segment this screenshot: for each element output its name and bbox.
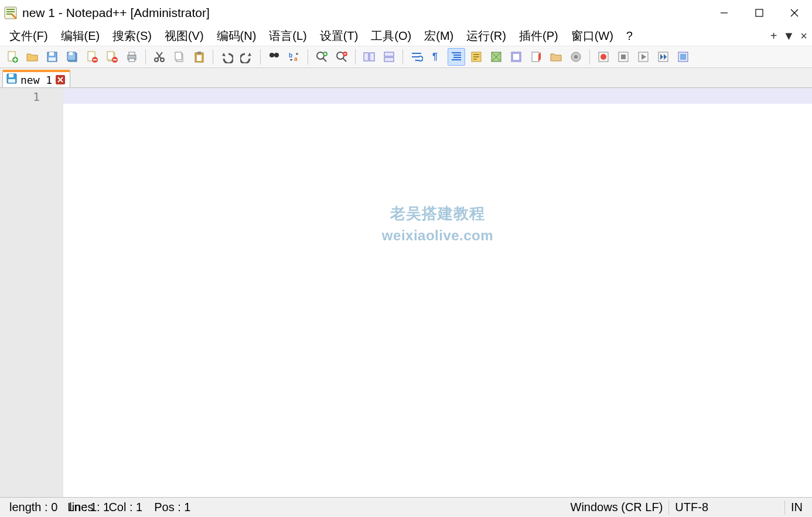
tab-close-button[interactable]	[56, 75, 65, 84]
save-macro-icon[interactable]	[674, 48, 692, 66]
menu-edit[interactable]: 编辑(E)	[56, 27, 105, 45]
run-multiple-macro-icon[interactable]	[654, 48, 672, 66]
save-all-icon[interactable]	[63, 48, 81, 66]
menu-window[interactable]: 窗口(W)	[567, 27, 618, 45]
toolbar-separator	[145, 49, 146, 64]
record-macro-icon[interactable]	[595, 48, 612, 66]
undo-icon[interactable]	[218, 48, 236, 66]
paste-icon[interactable]	[190, 48, 208, 66]
status-mode[interactable]: IN	[785, 501, 808, 514]
menu-search[interactable]: 搜索(S)	[108, 27, 156, 45]
menu-macro[interactable]: 宏(M)	[419, 27, 458, 45]
menu-plugins[interactable]: 插件(P)	[514, 27, 563, 45]
watermark-line2: weixiaolive.com	[382, 227, 493, 244]
menu-file[interactable]: 文件(F)	[5, 27, 53, 45]
toolbar-separator	[355, 49, 356, 64]
sync-v-icon[interactable]	[360, 48, 378, 66]
menu-tools[interactable]: 工具(O)	[366, 27, 416, 45]
svg-text:¶: ¶	[432, 52, 438, 62]
status-pos: Pos : 1	[148, 501, 196, 514]
svg-rect-37	[370, 53, 374, 61]
tabbar: new 1	[0, 68, 812, 88]
zoom-in-icon[interactable]	[313, 48, 330, 66]
menu-settings[interactable]: 设置(T)	[315, 27, 363, 45]
wordwrap-icon[interactable]	[408, 48, 425, 66]
svg-rect-24	[175, 52, 182, 60]
status-encoding[interactable]: UTF-8	[669, 501, 714, 514]
minimize-button[interactable]	[707, 0, 742, 26]
toolbar: ba¶	[0, 46, 812, 68]
svg-rect-2	[756, 9, 763, 16]
current-line-highlight	[63, 89, 812, 104]
toolbar-separator	[589, 49, 590, 64]
stop-macro-icon[interactable]	[615, 48, 632, 66]
func-list-icon[interactable]	[527, 48, 545, 66]
svg-text:a: a	[294, 56, 298, 62]
zoom-out-icon[interactable]	[333, 48, 350, 66]
doc-list-icon[interactable]	[507, 48, 525, 66]
watermark: 老吴搭建教程 weixiaolive.com	[382, 203, 493, 244]
close-button[interactable]	[777, 0, 812, 26]
toolbar-separator	[308, 49, 308, 64]
replace-icon[interactable]: ba	[285, 48, 303, 66]
menu-language[interactable]: 语言(L)	[264, 27, 311, 45]
menu-help[interactable]: ?	[622, 28, 637, 44]
monitor-icon[interactable]	[567, 48, 585, 66]
svg-rect-57	[9, 74, 13, 77]
new-file-icon[interactable]	[4, 48, 21, 66]
line-number-gutter: 1	[0, 89, 63, 497]
toolbar-close-icon[interactable]: ×	[800, 29, 807, 43]
editor-area: 1 老吴搭建教程 weixiaolive.com	[0, 88, 812, 497]
svg-rect-26	[197, 52, 201, 54]
svg-rect-58	[8, 79, 15, 83]
open-file-icon[interactable]	[23, 48, 41, 66]
toolbar-separator	[260, 49, 261, 64]
toolbar-separator	[402, 49, 403, 64]
toolbar-separator	[213, 49, 213, 64]
status-length: length : 0	[4, 501, 63, 514]
svg-rect-27	[197, 55, 202, 61]
play-macro-icon[interactable]	[634, 48, 652, 66]
redo-icon[interactable]	[238, 48, 255, 66]
save-icon[interactable]	[43, 48, 61, 66]
print-icon[interactable]	[123, 48, 141, 66]
indent-guide-icon[interactable]	[448, 48, 465, 66]
svg-text:b: b	[289, 52, 292, 59]
watermark-line1: 老吴搭建教程	[382, 203, 493, 224]
maximize-button[interactable]	[742, 0, 777, 26]
doc-map-icon[interactable]	[487, 48, 505, 66]
menu-run[interactable]: 运行(R)	[462, 27, 511, 45]
window-title: new 1 - Notepad++ [Administrator]	[22, 6, 210, 20]
folder-workspace-icon[interactable]	[547, 48, 565, 66]
svg-rect-12	[69, 52, 73, 55]
sync-h-icon[interactable]	[380, 48, 398, 66]
menubar: 文件(F) 编辑(E) 搜索(S) 视图(V) 编码(N) 语言(L) 设置(T…	[0, 26, 812, 46]
copy-icon[interactable]	[170, 48, 188, 66]
status-ln: Ln : 1	[62, 501, 103, 514]
menu-view[interactable]: 视图(V)	[160, 27, 209, 45]
lang-udl-icon[interactable]	[468, 48, 485, 66]
svg-point-47	[574, 55, 578, 59]
save-state-icon	[6, 73, 17, 86]
close-all-icon[interactable]	[103, 48, 121, 66]
menu-encoding[interactable]: 编码(N)	[212, 27, 261, 45]
svg-rect-8	[49, 52, 54, 56]
tab-new-1[interactable]: new 1	[2, 70, 70, 87]
svg-rect-38	[384, 52, 394, 56]
toolbar-add-icon[interactable]: +	[770, 29, 777, 43]
line-number: 1	[2, 90, 40, 104]
close-file-icon[interactable]	[83, 48, 101, 66]
app-icon	[4, 6, 18, 20]
status-eol[interactable]: Windows (CR LF)	[565, 501, 669, 514]
toolbar-dropdown-icon[interactable]: ▼	[783, 29, 795, 43]
show-all-chars-icon[interactable]: ¶	[428, 48, 445, 66]
svg-rect-45	[532, 52, 539, 62]
find-icon[interactable]	[265, 48, 283, 66]
editor-content[interactable]: 老吴搭建教程 weixiaolive.com	[63, 89, 812, 497]
svg-rect-51	[621, 55, 626, 59]
svg-rect-9	[49, 57, 56, 61]
svg-rect-39	[384, 57, 394, 62]
titlebar: new 1 - Notepad++ [Administrator]	[0, 0, 812, 26]
svg-rect-44	[513, 53, 520, 60]
cut-icon[interactable]	[151, 48, 168, 66]
